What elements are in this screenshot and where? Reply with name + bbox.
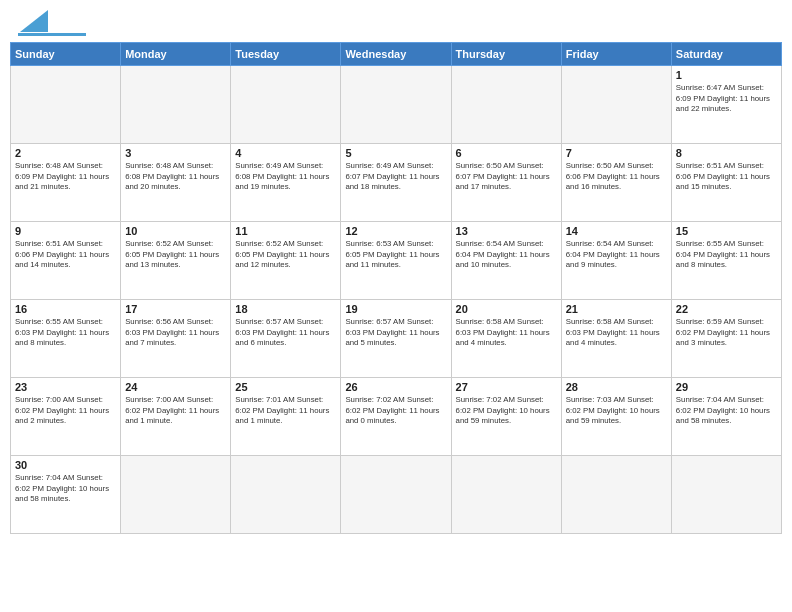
table-row: 20Sunrise: 6:58 AM Sunset: 6:03 PM Dayli… xyxy=(451,300,561,378)
day-number: 18 xyxy=(235,303,336,315)
day-number: 26 xyxy=(345,381,446,393)
table-row: 9Sunrise: 6:51 AM Sunset: 6:06 PM Daylig… xyxy=(11,222,121,300)
day-info: Sunrise: 7:00 AM Sunset: 6:02 PM Dayligh… xyxy=(15,395,116,427)
calendar-week-row: 9Sunrise: 6:51 AM Sunset: 6:06 PM Daylig… xyxy=(11,222,782,300)
day-info: Sunrise: 6:54 AM Sunset: 6:04 PM Dayligh… xyxy=(456,239,557,271)
day-number: 16 xyxy=(15,303,116,315)
day-info: Sunrise: 7:01 AM Sunset: 6:02 PM Dayligh… xyxy=(235,395,336,427)
table-row: 18Sunrise: 6:57 AM Sunset: 6:03 PM Dayli… xyxy=(231,300,341,378)
day-info: Sunrise: 6:58 AM Sunset: 6:03 PM Dayligh… xyxy=(566,317,667,349)
col-thursday: Thursday xyxy=(451,43,561,66)
table-row: 16Sunrise: 6:55 AM Sunset: 6:03 PM Dayli… xyxy=(11,300,121,378)
day-info: Sunrise: 6:47 AM Sunset: 6:09 PM Dayligh… xyxy=(676,83,777,115)
day-info: Sunrise: 6:54 AM Sunset: 6:04 PM Dayligh… xyxy=(566,239,667,271)
table-row xyxy=(121,456,231,534)
col-friday: Friday xyxy=(561,43,671,66)
table-row: 28Sunrise: 7:03 AM Sunset: 6:02 PM Dayli… xyxy=(561,378,671,456)
day-info: Sunrise: 6:48 AM Sunset: 6:08 PM Dayligh… xyxy=(125,161,226,193)
day-info: Sunrise: 6:57 AM Sunset: 6:03 PM Dayligh… xyxy=(345,317,446,349)
day-info: Sunrise: 6:53 AM Sunset: 6:05 PM Dayligh… xyxy=(345,239,446,271)
day-info: Sunrise: 6:50 AM Sunset: 6:06 PM Dayligh… xyxy=(566,161,667,193)
day-number: 1 xyxy=(676,69,777,81)
day-info: Sunrise: 6:59 AM Sunset: 6:02 PM Dayligh… xyxy=(676,317,777,349)
table-row xyxy=(561,66,671,144)
table-row: 3Sunrise: 6:48 AM Sunset: 6:08 PM Daylig… xyxy=(121,144,231,222)
table-row xyxy=(11,66,121,144)
day-number: 4 xyxy=(235,147,336,159)
day-info: Sunrise: 6:52 AM Sunset: 6:05 PM Dayligh… xyxy=(235,239,336,271)
day-number: 25 xyxy=(235,381,336,393)
day-number: 13 xyxy=(456,225,557,237)
day-number: 7 xyxy=(566,147,667,159)
day-number: 3 xyxy=(125,147,226,159)
day-number: 22 xyxy=(676,303,777,315)
day-number: 12 xyxy=(345,225,446,237)
calendar-week-row: 2Sunrise: 6:48 AM Sunset: 6:09 PM Daylig… xyxy=(11,144,782,222)
day-info: Sunrise: 7:02 AM Sunset: 6:02 PM Dayligh… xyxy=(456,395,557,427)
calendar-week-row: 1Sunrise: 6:47 AM Sunset: 6:09 PM Daylig… xyxy=(11,66,782,144)
day-info: Sunrise: 7:02 AM Sunset: 6:02 PM Dayligh… xyxy=(345,395,446,427)
day-number: 17 xyxy=(125,303,226,315)
day-info: Sunrise: 6:51 AM Sunset: 6:06 PM Dayligh… xyxy=(15,239,116,271)
day-info: Sunrise: 7:00 AM Sunset: 6:02 PM Dayligh… xyxy=(125,395,226,427)
day-number: 23 xyxy=(15,381,116,393)
day-info: Sunrise: 6:50 AM Sunset: 6:07 PM Dayligh… xyxy=(456,161,557,193)
table-row: 30Sunrise: 7:04 AM Sunset: 6:02 PM Dayli… xyxy=(11,456,121,534)
day-number: 14 xyxy=(566,225,667,237)
table-row xyxy=(451,456,561,534)
table-row: 26Sunrise: 7:02 AM Sunset: 6:02 PM Dayli… xyxy=(341,378,451,456)
table-row xyxy=(121,66,231,144)
table-row xyxy=(561,456,671,534)
table-row: 22Sunrise: 6:59 AM Sunset: 6:02 PM Dayli… xyxy=(671,300,781,378)
col-sunday: Sunday xyxy=(11,43,121,66)
table-row: 11Sunrise: 6:52 AM Sunset: 6:05 PM Dayli… xyxy=(231,222,341,300)
table-row: 19Sunrise: 6:57 AM Sunset: 6:03 PM Dayli… xyxy=(341,300,451,378)
day-info: Sunrise: 6:55 AM Sunset: 6:04 PM Dayligh… xyxy=(676,239,777,271)
table-row: 24Sunrise: 7:00 AM Sunset: 6:02 PM Dayli… xyxy=(121,378,231,456)
day-number: 24 xyxy=(125,381,226,393)
table-row: 6Sunrise: 6:50 AM Sunset: 6:07 PM Daylig… xyxy=(451,144,561,222)
day-number: 21 xyxy=(566,303,667,315)
table-row: 14Sunrise: 6:54 AM Sunset: 6:04 PM Dayli… xyxy=(561,222,671,300)
day-number: 11 xyxy=(235,225,336,237)
logo xyxy=(18,12,86,36)
col-saturday: Saturday xyxy=(671,43,781,66)
day-number: 29 xyxy=(676,381,777,393)
day-info: Sunrise: 7:04 AM Sunset: 6:02 PM Dayligh… xyxy=(15,473,116,505)
table-row: 10Sunrise: 6:52 AM Sunset: 6:05 PM Dayli… xyxy=(121,222,231,300)
table-row xyxy=(231,66,341,144)
day-number: 8 xyxy=(676,147,777,159)
table-row xyxy=(341,456,451,534)
day-info: Sunrise: 6:48 AM Sunset: 6:09 PM Dayligh… xyxy=(15,161,116,193)
table-row xyxy=(671,456,781,534)
calendar-week-row: 30Sunrise: 7:04 AM Sunset: 6:02 PM Dayli… xyxy=(11,456,782,534)
day-info: Sunrise: 6:57 AM Sunset: 6:03 PM Dayligh… xyxy=(235,317,336,349)
table-row: 12Sunrise: 6:53 AM Sunset: 6:05 PM Dayli… xyxy=(341,222,451,300)
day-number: 9 xyxy=(15,225,116,237)
table-row xyxy=(231,456,341,534)
day-number: 27 xyxy=(456,381,557,393)
table-row: 17Sunrise: 6:56 AM Sunset: 6:03 PM Dayli… xyxy=(121,300,231,378)
day-number: 30 xyxy=(15,459,116,471)
day-number: 5 xyxy=(345,147,446,159)
table-row: 7Sunrise: 6:50 AM Sunset: 6:06 PM Daylig… xyxy=(561,144,671,222)
day-number: 2 xyxy=(15,147,116,159)
table-row: 23Sunrise: 7:00 AM Sunset: 6:02 PM Dayli… xyxy=(11,378,121,456)
day-number: 10 xyxy=(125,225,226,237)
day-number: 15 xyxy=(676,225,777,237)
table-row: 25Sunrise: 7:01 AM Sunset: 6:02 PM Dayli… xyxy=(231,378,341,456)
day-info: Sunrise: 7:03 AM Sunset: 6:02 PM Dayligh… xyxy=(566,395,667,427)
day-number: 19 xyxy=(345,303,446,315)
table-row: 15Sunrise: 6:55 AM Sunset: 6:04 PM Dayli… xyxy=(671,222,781,300)
table-row: 4Sunrise: 6:49 AM Sunset: 6:08 PM Daylig… xyxy=(231,144,341,222)
logo-icon xyxy=(20,10,48,32)
day-info: Sunrise: 6:55 AM Sunset: 6:03 PM Dayligh… xyxy=(15,317,116,349)
calendar-week-row: 23Sunrise: 7:00 AM Sunset: 6:02 PM Dayli… xyxy=(11,378,782,456)
day-info: Sunrise: 6:51 AM Sunset: 6:06 PM Dayligh… xyxy=(676,161,777,193)
day-number: 6 xyxy=(456,147,557,159)
day-info: Sunrise: 6:52 AM Sunset: 6:05 PM Dayligh… xyxy=(125,239,226,271)
day-info: Sunrise: 6:58 AM Sunset: 6:03 PM Dayligh… xyxy=(456,317,557,349)
table-row xyxy=(341,66,451,144)
day-info: Sunrise: 7:04 AM Sunset: 6:02 PM Dayligh… xyxy=(676,395,777,427)
day-info: Sunrise: 6:56 AM Sunset: 6:03 PM Dayligh… xyxy=(125,317,226,349)
